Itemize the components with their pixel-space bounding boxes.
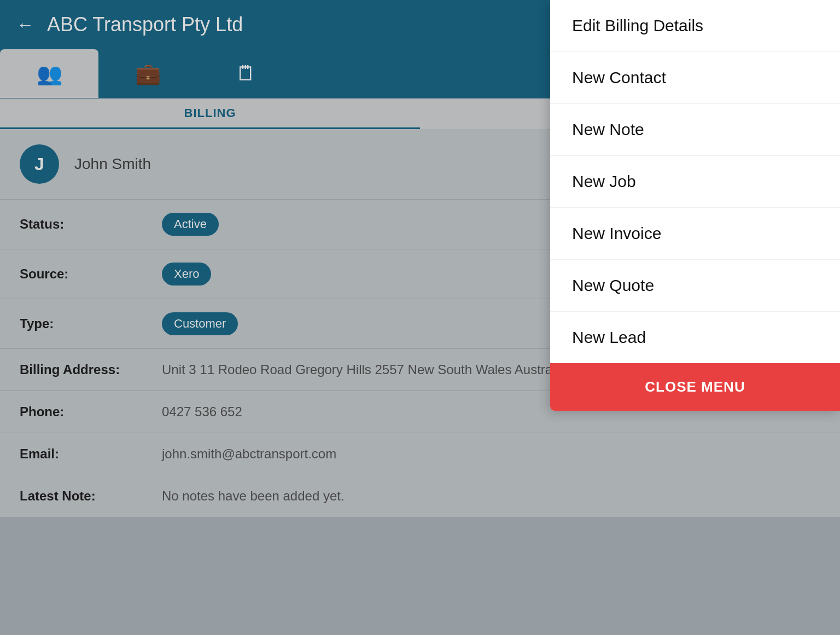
dropdown-item-edit-billing[interactable]: Edit Billing Details — [550, 0, 840, 52]
dropdown-menu: Edit Billing Details New Contact New Not… — [550, 0, 840, 411]
dropdown-item-new-invoice[interactable]: New Invoice — [550, 208, 840, 260]
dropdown-item-new-lead[interactable]: New Lead — [550, 312, 840, 363]
dropdown-item-new-note[interactable]: New Note — [550, 104, 840, 156]
dropdown-item-new-quote[interactable]: New Quote — [550, 260, 840, 312]
dropdown-item-new-contact[interactable]: New Contact — [550, 52, 840, 104]
close-menu-button[interactable]: CLOSE MENU — [550, 363, 840, 411]
dropdown-item-new-job[interactable]: New Job — [550, 156, 840, 208]
